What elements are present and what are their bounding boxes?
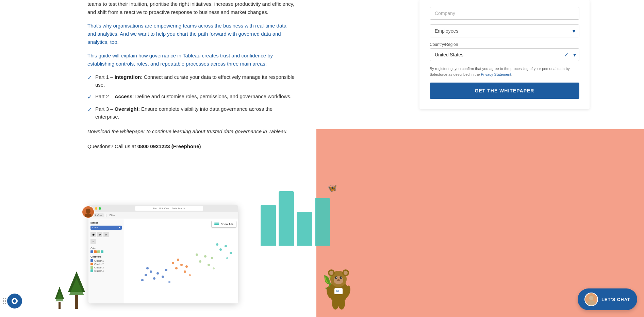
color-swatches: [90, 250, 122, 253]
show-me-icon: [214, 223, 219, 226]
svg-rect-3: [59, 302, 61, 309]
walkie-widget[interactable]: [3, 294, 22, 309]
right-form: Employees 1-10 11-50 51-200 201-500 501-…: [419, 0, 590, 109]
scatter-dot: [172, 262, 174, 264]
label-icon[interactable]: A: [103, 232, 109, 237]
scatter-dot: [146, 267, 149, 269]
marks-icons-2: ≡: [90, 239, 122, 244]
scatter-dot: [184, 270, 186, 273]
checklist-item-1: Part 1 – Integration: Connect and curate…: [95, 73, 296, 89]
butterfly-decoration: 🦋: [328, 184, 337, 193]
small-tree-decoration: [54, 285, 65, 310]
cluster-2: Cluster 2: [90, 263, 122, 265]
cluster-1: Cluster 1: [90, 259, 122, 262]
employees-field-group: Employees 1-10 11-50 51-200 201-500 501-…: [430, 24, 579, 37]
color-label: Color: [90, 247, 122, 249]
svg-point-11: [329, 271, 333, 275]
scatter-dot: [219, 248, 222, 251]
employees-select[interactable]: Employees 1-10 11-50 51-200 201-500 501-…: [430, 24, 579, 37]
checklist: ✓ Part 1 – Integration: Connect and cura…: [87, 73, 296, 121]
svg-point-18: [341, 277, 342, 278]
cluster-4: Cluster 4: [90, 269, 122, 272]
chat-avatar: [584, 293, 598, 306]
svg-point-24: [332, 297, 339, 310]
paragraph1: teams to test their intuition, prioritis…: [87, 0, 296, 16]
paragraph3: This guide will explain how governance i…: [87, 52, 296, 68]
scatter-dot: [145, 274, 147, 276]
privacy-link[interactable]: Privacy Statement: [481, 72, 511, 76]
scatter-dot: [168, 281, 170, 283]
scatter-dot: [185, 265, 188, 268]
download-text: Download the whitepaper to continue lear…: [87, 127, 296, 136]
scatter-dot: [150, 270, 152, 273]
paragraph2: That's why organisations are empowering …: [87, 22, 296, 46]
svg-point-19: [337, 279, 340, 281]
svg-rect-0: [75, 295, 78, 309]
bar-4: [315, 198, 330, 246]
svg-point-25: [338, 297, 345, 310]
cluster-3: Cluster 3: [90, 266, 122, 269]
scatter-dot: [213, 267, 215, 269]
svg-point-27: [587, 301, 595, 305]
mascot: SF: [323, 259, 354, 310]
company-input[interactable]: [430, 7, 579, 20]
tableau-toolbar: Edit View | 100%: [88, 212, 238, 219]
checklist-item-2: Part 2 – Access: Define and customise ro…: [95, 93, 292, 101]
scatter-dot: [225, 245, 227, 247]
chart-area: Show Me: [124, 219, 238, 303]
svg-point-7: [85, 213, 92, 217]
country-select[interactable]: United States United Kingdom Australia C…: [430, 48, 579, 61]
scatter-dot: [162, 276, 164, 278]
scatter-dot: [208, 264, 210, 266]
scatter-dot: [199, 260, 201, 263]
teal-bars: [261, 191, 330, 246]
marks-icons: ◉ ⊕ A: [90, 232, 122, 237]
svg-point-15: [335, 277, 337, 279]
svg-point-13: [344, 271, 348, 275]
country-field-group: Country/Region United States United King…: [430, 42, 579, 61]
scatter-dot: [153, 277, 155, 280]
minimize-dot: [95, 207, 97, 210]
bar-2: [279, 191, 294, 246]
tree-decoration: [66, 268, 87, 310]
svg-point-6: [86, 209, 90, 213]
maximize-dot: [99, 207, 101, 210]
scatter-dot: [177, 259, 179, 261]
svg-point-28: [589, 296, 593, 300]
show-me-label: Show Me: [220, 223, 233, 226]
page-wrapper: teams to test their intuition, prioritis…: [0, 0, 644, 317]
tableau-body: Marks Circle▾ ◉ ⊕ A ≡: [88, 219, 238, 303]
illustration-area: 🦋 🌿: [0, 174, 374, 317]
country-check-icon: ✓: [564, 52, 568, 58]
size-icon[interactable]: ⊕: [97, 232, 102, 237]
window-toolbar: FileEdit ViewData Source: [135, 206, 203, 211]
detail-icon[interactable]: ≡: [90, 239, 96, 244]
chat-label: LET'S CHAT: [601, 297, 630, 302]
marks-label: Marks: [90, 221, 122, 224]
toolbar-zoom: 100%: [109, 214, 115, 216]
record-button[interactable]: [7, 294, 22, 309]
window-header: FileEdit ViewData Source: [88, 205, 238, 212]
checklist-item-3: Part 3 – Oversight: Ensure complete visi…: [95, 105, 296, 121]
circle-select[interactable]: Circle▾: [90, 226, 122, 230]
scatter-dot: [189, 274, 191, 276]
list-item: ✓ Part 1 – Integration: Connect and cura…: [87, 73, 296, 89]
toolbar-separator: |: [106, 214, 106, 216]
avatar: [82, 206, 95, 218]
show-me-button[interactable]: Show Me: [211, 221, 236, 228]
color-icon[interactable]: ◉: [90, 232, 96, 237]
bar-1: [261, 205, 276, 246]
check-icon: ✓: [87, 93, 92, 101]
dots-grid: [3, 298, 6, 304]
svg-point-17: [336, 277, 337, 278]
scatter-dot: [196, 253, 198, 256]
bar-3: [297, 212, 312, 246]
tableau-mockup: FileEdit ViewData Source Edit View | 100…: [88, 205, 238, 303]
get-whitepaper-button[interactable]: GET THE WHITEPAPER: [430, 83, 579, 99]
list-item: ✓ Part 3 – Oversight: Ensure complete vi…: [87, 105, 296, 121]
scatter-dot: [180, 264, 183, 266]
chat-button[interactable]: LET'S CHAT: [578, 288, 637, 310]
scatter-dot: [226, 257, 228, 259]
scatter-dot: [165, 269, 167, 271]
privacy-text: By registering, you confirm that you agr…: [430, 66, 579, 77]
